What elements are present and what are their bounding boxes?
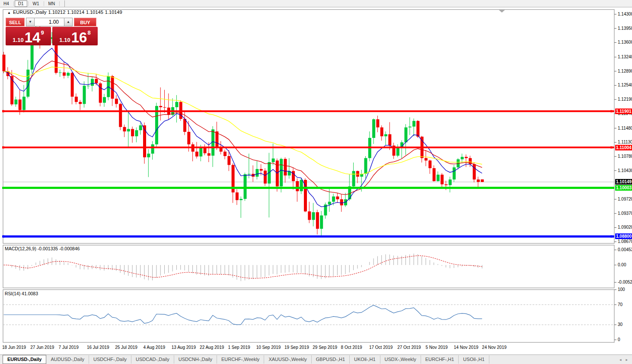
chart-tab-xauusd-weekly[interactable]: XAUUSD-,Weekly: [264, 355, 311, 364]
candle-body[interactable]: [340, 199, 343, 205]
candle-body[interactable]: [380, 128, 383, 137]
candle-body[interactable]: [416, 121, 419, 137]
candle-body[interactable]: [405, 128, 408, 143]
candle-body[interactable]: [304, 180, 307, 211]
sell-price-panel[interactable]: 1.10 14 9: [6, 27, 51, 45]
candle-body[interactable]: [204, 148, 207, 153]
candle-body[interactable]: [119, 104, 122, 127]
candle-body[interactable]: [280, 159, 283, 187]
chart-tab-ukoil-h1[interactable]: UKOil-,H1: [350, 355, 380, 364]
candle-body[interactable]: [135, 130, 138, 136]
lot-size-input[interactable]: [35, 18, 64, 26]
candle-body[interactable]: [425, 158, 428, 161]
chart-tab-eurchf-weekly[interactable]: EURCHF-,Weekly: [217, 355, 264, 364]
candle-body[interactable]: [151, 144, 154, 153]
line-anchor-handle[interactable]: [2, 147, 4, 149]
candle-body[interactable]: [396, 148, 399, 156]
candle-body[interactable]: [437, 175, 440, 181]
candle-body[interactable]: [187, 132, 190, 144]
candle-body[interactable]: [115, 99, 118, 104]
candle-body[interactable]: [316, 212, 319, 229]
buy-price-panel[interactable]: 1.10 16 8: [52, 27, 98, 45]
candle-body[interactable]: [54, 41, 57, 73]
candle-body[interactable]: [207, 153, 211, 156]
candle-body[interactable]: [199, 148, 202, 156]
chart-tab-audusd-daily[interactable]: AUDUSD-,Daily: [46, 355, 89, 364]
timeframe-button-h4[interactable]: H4: [0, 0, 13, 7]
candle-body[interactable]: [300, 180, 303, 191]
candle-body[interactable]: [260, 169, 263, 171]
candle-body[interactable]: [292, 171, 295, 181]
candle-body[interactable]: [336, 196, 339, 199]
candle-body[interactable]: [111, 76, 114, 99]
candle-body[interactable]: [123, 127, 126, 131]
line-anchor-handle[interactable]: [610, 187, 613, 189]
chart-tab-eurusd-daily[interactable]: EURUSD-,Daily: [3, 355, 46, 364]
candle-body[interactable]: [99, 83, 102, 103]
candle-body[interactable]: [79, 102, 82, 104]
candle-body[interactable]: [239, 199, 243, 200]
candle-body[interactable]: [63, 73, 66, 76]
lot-increase-button[interactable]: ▲: [64, 18, 73, 26]
candle-body[interactable]: [59, 73, 62, 73]
chart-tab-usoil-h1[interactable]: USOil-,H1: [459, 355, 489, 364]
tab-scroll-left-icon[interactable]: ◂: [619, 358, 622, 362]
candle-body[interactable]: [312, 212, 315, 220]
candle-body[interactable]: [445, 184, 448, 185]
candle-body[interactable]: [433, 168, 436, 181]
chart-canvas[interactable]: [0, 7, 632, 354]
candle-body[interactable]: [163, 107, 166, 108]
chart-tab-usdchf-daily[interactable]: USDCHF-,Daily: [89, 355, 131, 364]
candle-body[interactable]: [384, 134, 387, 137]
candle-body[interactable]: [376, 119, 379, 128]
candle-body[interactable]: [19, 99, 22, 110]
candle-body[interactable]: [332, 196, 335, 201]
candle-body[interactable]: [67, 73, 70, 76]
candle-body[interactable]: [268, 162, 271, 184]
timeframe-button-d1[interactable]: D1: [15, 0, 27, 7]
chart-tab-eurchf-h1[interactable]: EURCHF-,H1: [421, 355, 459, 364]
candle-body[interactable]: [131, 129, 134, 136]
candle-body[interactable]: [127, 129, 130, 131]
candle-body[interactable]: [248, 174, 251, 174]
candle-body[interactable]: [372, 119, 375, 138]
timeframe-button-w1[interactable]: W1: [29, 0, 43, 7]
candle-body[interactable]: [255, 169, 259, 177]
line-anchor-handle[interactable]: [610, 110, 613, 112]
candle-body[interactable]: [95, 79, 98, 83]
candle-body[interactable]: [227, 156, 230, 165]
buy-button[interactable]: BUY: [74, 18, 96, 26]
candle-body[interactable]: [87, 86, 90, 86]
candle-body[interactable]: [147, 153, 150, 157]
candle-body[interactable]: [159, 106, 162, 107]
line-anchor-handle[interactable]: [610, 147, 613, 149]
candle-body[interactable]: [3, 54, 6, 71]
tab-scroll-right-icon[interactable]: ▸: [626, 358, 628, 362]
candle-body[interactable]: [91, 79, 94, 86]
candle-body[interactable]: [465, 157, 468, 158]
candle-body[interactable]: [236, 192, 239, 200]
candle-body[interactable]: [453, 167, 456, 179]
candle-body[interactable]: [461, 157, 464, 160]
candle-body[interactable]: [223, 152, 227, 156]
candle-body[interactable]: [195, 152, 198, 156]
candle-body[interactable]: [388, 134, 391, 146]
candle-body[interactable]: [143, 125, 146, 157]
candle-body[interactable]: [264, 171, 267, 184]
lot-decrease-button[interactable]: ▼: [26, 18, 35, 26]
candle-body[interactable]: [10, 76, 13, 104]
candle-body[interactable]: [175, 102, 178, 107]
chart-tab-gbpusd-h1[interactable]: GBPUSD-,H1: [312, 355, 350, 364]
candle-body[interactable]: [477, 179, 480, 182]
candle-body[interactable]: [320, 215, 323, 229]
candle-body[interactable]: [103, 97, 106, 103]
collapse-quote-panel-icon[interactable]: ▲: [7, 11, 11, 15]
line-anchor-handle[interactable]: [610, 235, 613, 237]
chart-shift-marker-icon[interactable]: [499, 10, 505, 13]
candle-body[interactable]: [75, 97, 78, 102]
candle-body[interactable]: [14, 99, 17, 104]
candle-body[interactable]: [284, 159, 287, 176]
line-anchor-handle[interactable]: [2, 110, 4, 112]
chart-tab-usdcnh-daily[interactable]: USDCNH-,Daily: [174, 355, 217, 364]
candle-body[interactable]: [481, 179, 484, 182]
